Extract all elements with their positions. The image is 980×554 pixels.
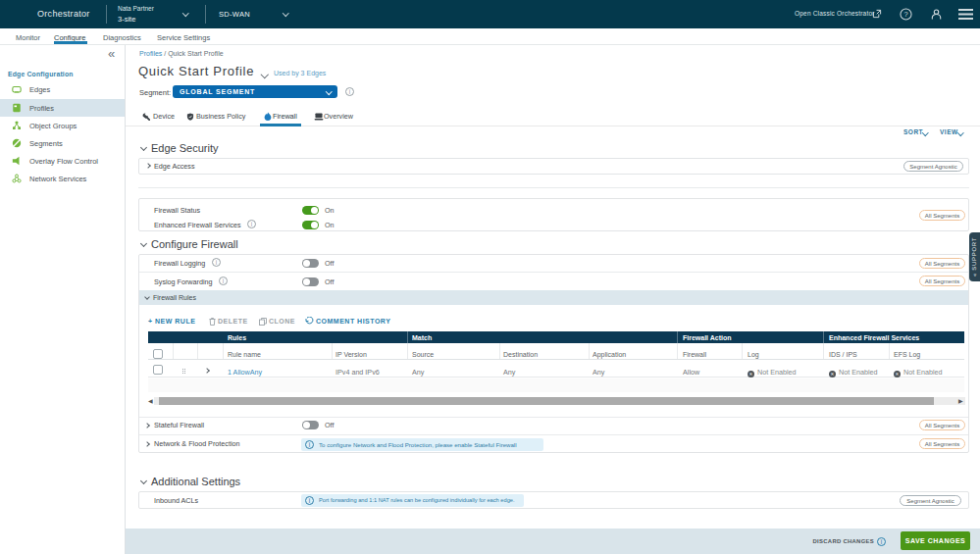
svg-text:?: ? [903, 10, 907, 19]
